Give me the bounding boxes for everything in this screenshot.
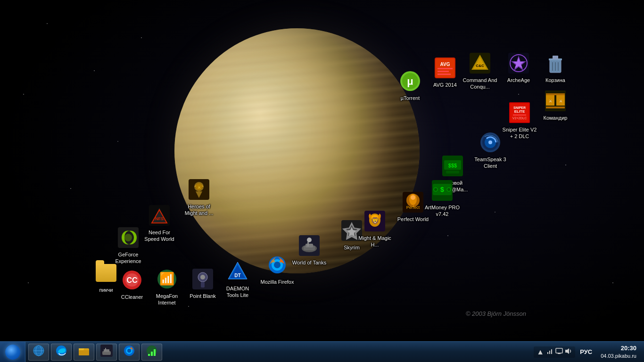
- tray-area[interactable]: ▲: [534, 346, 575, 358]
- icon-label-point-blank: Point Blank: [188, 292, 217, 300]
- svg-rect-111: [547, 352, 548, 354]
- taskbar-ie[interactable]: [28, 344, 49, 361]
- icon-archeage[interactable]: ArcheAge: [500, 52, 537, 84]
- svg-text:V2+2DLC: V2+2DLC: [512, 116, 527, 120]
- icon-wot[interactable]: World of Tanks: [290, 234, 328, 266]
- system-clock[interactable]: 20:30 04.03.pikabu.ru: [597, 343, 640, 361]
- svg-text:μ: μ: [407, 75, 413, 87]
- ccleaner-icon: CC: [121, 269, 143, 291]
- icon-heroes[interactable]: ⚔ Heroes of Might and ...: [180, 178, 218, 217]
- start-button[interactable]: [0, 342, 25, 362]
- icon-artmoney[interactable]: $ ArtMoney PRO v7.42: [423, 179, 461, 218]
- igrovoy-icon: $$$: [441, 155, 464, 177]
- svg-point-90: [447, 188, 451, 191]
- ie-icon: [33, 345, 45, 360]
- taskbar-explorer[interactable]: [74, 344, 94, 361]
- icon-nfs[interactable]: NFS Need For Speed World: [140, 204, 178, 243]
- commandconquer-icon: C&C: [469, 52, 491, 74]
- svg-point-16: [124, 234, 132, 241]
- tray-network[interactable]: [546, 347, 553, 357]
- svg-text:⚔: ⚔: [549, 99, 552, 103]
- icon-label-megafon: MegaFon Internet: [148, 292, 186, 307]
- icon-label-mightmagic: Might & Magic H...: [356, 234, 394, 249]
- sniper-icon: SNIPER ELITE V2+2DLC: [508, 101, 531, 124]
- taskbar: ▲: [0, 341, 644, 362]
- icon-mightmagic[interactable]: 🦁 Might & Magic H...: [356, 210, 394, 249]
- svg-rect-109: [151, 352, 153, 356]
- svg-text:🦁: 🦁: [371, 217, 380, 225]
- svg-text:📶: 📶: [159, 271, 175, 286]
- icon-commander[interactable]: ⚔ ⚔ Командир: [537, 90, 574, 122]
- svg-rect-115: [558, 353, 561, 354]
- svg-rect-114: [556, 348, 562, 353]
- clock-date: 04.03.pikabu.ru: [601, 353, 636, 360]
- perfectworld-icon: Perfect: [402, 191, 424, 214]
- teamspeak-icon: [479, 131, 502, 154]
- icon-label-artmoney: ArtMoney PRO v7.42: [423, 204, 461, 218]
- icon-megafon[interactable]: 📶 MegaFon Internet: [148, 268, 186, 307]
- megafon-taskbar-icon: [146, 345, 158, 360]
- taskbar-edge[interactable]: [51, 344, 72, 361]
- svg-rect-99: [79, 350, 89, 355]
- icon-label-command-conquer: Command And Conqu...: [461, 76, 499, 91]
- svg-rect-108: [148, 354, 150, 356]
- start-orb: [5, 345, 20, 360]
- svg-rect-110: [154, 349, 156, 356]
- wot-taskbar-icon: [100, 345, 113, 360]
- icon-label-pichki: пикчи: [98, 286, 115, 294]
- svg-text:Perfect: Perfect: [406, 205, 420, 210]
- taskbar-megafon[interactable]: [141, 344, 162, 361]
- svg-rect-69: [546, 93, 565, 95]
- icon-label-nfs: Need For Speed World: [140, 229, 178, 243]
- commander-icon: ⚔ ⚔: [544, 90, 567, 112]
- tray-expand[interactable]: ▲: [537, 348, 544, 356]
- avg-icon: AVG: [434, 57, 456, 79]
- svg-marker-116: [565, 348, 569, 354]
- desktop: © 2003 Björn Jönsson пикчи CC CCleaner 📶…: [0, 0, 644, 362]
- icon-label-firefox: Mozilla Firefox: [259, 278, 296, 286]
- svg-rect-61: [553, 56, 558, 59]
- svg-rect-91: [435, 196, 450, 198]
- geforce-icon: [117, 226, 140, 249]
- taskbar-wot[interactable]: [96, 344, 117, 361]
- pointblank-icon: [191, 268, 214, 290]
- wot-icon: [298, 234, 321, 257]
- recycle-icon: [544, 52, 567, 74]
- tray-volume[interactable]: [565, 347, 572, 357]
- svg-point-7: [200, 275, 205, 280]
- icon-command-conquer[interactable]: C&C Command And Conqu...: [461, 52, 499, 91]
- svg-text:AVG: AVG: [440, 62, 450, 67]
- svg-text:⚔: ⚔: [559, 99, 562, 103]
- icon-label-archeage: ArcheAge: [506, 76, 531, 84]
- icon-label-avg: AVG 2014: [432, 81, 458, 89]
- svg-text:⚔: ⚔: [198, 185, 201, 189]
- svg-text:NFS: NFS: [155, 216, 164, 221]
- svg-point-81: [488, 140, 492, 144]
- taskbar-right: ▲: [534, 342, 644, 362]
- icon-teamspeak[interactable]: TeamSpeak 3 Client: [471, 131, 509, 170]
- icon-ccleaner[interactable]: CC CCleaner: [113, 269, 151, 301]
- icon-avg[interactable]: AVG AVG 2014: [426, 57, 464, 89]
- archeage-icon: [507, 52, 530, 74]
- icon-label-daemon: DAEMON Tools Lite: [219, 285, 256, 299]
- svg-text:$$$: $$$: [448, 163, 457, 168]
- svg-text:CC: CC: [126, 276, 138, 284]
- svg-point-14: [274, 262, 281, 268]
- icon-recycle[interactable]: Корзина: [537, 52, 574, 84]
- explorer-icon: [78, 345, 90, 360]
- tray-display[interactable]: [555, 347, 563, 357]
- daemon-icon: DT: [226, 260, 249, 283]
- firefox-icon: [266, 254, 289, 276]
- icon-utorrent[interactable]: μ µTorrent: [391, 70, 429, 102]
- svg-rect-50: [438, 68, 453, 69]
- svg-point-42: [411, 195, 415, 200]
- svg-point-89: [434, 188, 438, 191]
- taskbar-firefox[interactable]: [119, 344, 140, 361]
- icon-point-blank[interactable]: Point Blank: [184, 268, 222, 300]
- icon-daemon[interactable]: DT DAEMON Tools Lite: [219, 260, 256, 299]
- svg-rect-8: [201, 282, 205, 288]
- svg-rect-85: [446, 171, 459, 173]
- utorrent-icon: μ: [399, 70, 421, 92]
- svg-text:DT: DT: [234, 273, 240, 278]
- language-selector[interactable]: РУС: [578, 347, 594, 356]
